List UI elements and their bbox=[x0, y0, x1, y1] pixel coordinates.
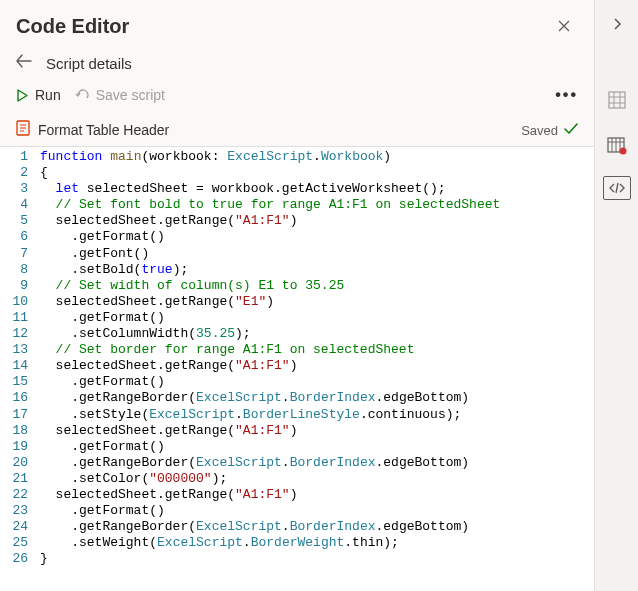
back-button[interactable] bbox=[16, 54, 32, 72]
code-content[interactable]: function main(workbook: ExcelScript.Work… bbox=[38, 147, 500, 591]
line-number-gutter: 1234567891011121314151617181920212223242… bbox=[0, 147, 38, 591]
right-rail bbox=[594, 0, 638, 591]
svg-point-3 bbox=[619, 148, 626, 155]
grid-icon bbox=[608, 91, 626, 109]
play-icon bbox=[16, 89, 29, 102]
main-panel: Code Editor Script details Run Save scri… bbox=[0, 0, 594, 591]
run-button[interactable]: Run bbox=[16, 87, 61, 103]
page-title: Code Editor bbox=[16, 15, 550, 38]
close-icon bbox=[558, 20, 570, 32]
run-label: Run bbox=[35, 87, 61, 103]
close-button[interactable] bbox=[550, 12, 578, 40]
more-button[interactable]: ••• bbox=[555, 86, 578, 104]
toolbar: Run Save script ••• bbox=[0, 82, 594, 114]
ellipsis-icon: ••• bbox=[555, 86, 578, 103]
file-title-bar: Format Table Header Saved bbox=[0, 114, 594, 147]
save-label: Save script bbox=[96, 87, 165, 103]
save-status: Saved bbox=[521, 123, 578, 138]
chevron-right-icon bbox=[612, 17, 622, 31]
expand-button[interactable] bbox=[601, 8, 633, 40]
file-name: Format Table Header bbox=[38, 122, 513, 138]
code-icon bbox=[608, 182, 626, 194]
save-status-label: Saved bbox=[521, 123, 558, 138]
breadcrumb: Script details bbox=[0, 46, 594, 82]
record-icon bbox=[607, 137, 627, 155]
breadcrumb-label: Script details bbox=[46, 55, 132, 72]
save-button: Save script bbox=[75, 87, 165, 103]
code-editor[interactable]: 1234567891011121314151617181920212223242… bbox=[0, 147, 594, 591]
check-icon bbox=[564, 123, 578, 138]
rail-button-3[interactable] bbox=[603, 176, 631, 200]
arrow-left-icon bbox=[16, 54, 32, 68]
svg-rect-1 bbox=[609, 92, 625, 108]
script-file-icon bbox=[16, 120, 30, 140]
save-icon bbox=[75, 88, 90, 102]
rail-button-2[interactable] bbox=[601, 130, 633, 162]
header: Code Editor bbox=[0, 0, 594, 46]
rail-button-1[interactable] bbox=[601, 84, 633, 116]
